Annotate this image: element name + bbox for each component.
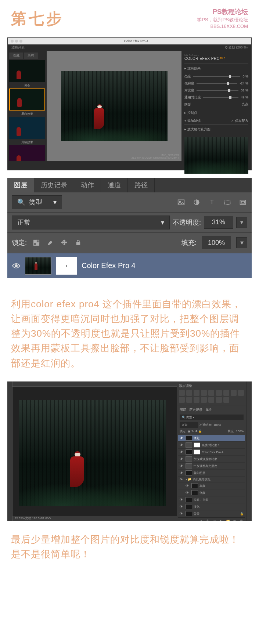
panel-tabs: 图层 历史记录 动作 通道 路径: [7, 178, 252, 192]
adj-lookup-icon[interactable]: [186, 397, 192, 403]
ps-tab-layers[interactable]: 图层: [180, 408, 186, 412]
close-dot[interactable]: [11, 40, 14, 43]
adj-gradient-icon[interactable]: [216, 397, 222, 403]
new-group-icon[interactable]: 📁: [225, 519, 230, 521]
adj-threshold-icon[interactable]: [208, 397, 214, 403]
tab-favorites[interactable]: 收藏: [9, 53, 23, 59]
slider-brightness[interactable]: 亮度0 %: [184, 73, 248, 80]
lock-position-icon[interactable]: [60, 239, 69, 246]
link-layers-icon[interactable]: ⚭: [199, 519, 204, 521]
smartobj-filter-icon[interactable]: [238, 199, 247, 206]
adj-photo-filter-icon[interactable]: [238, 390, 244, 396]
adj-brightness-icon[interactable]: [179, 390, 185, 396]
blend-mode-dropdown[interactable]: 正常▾: [12, 216, 170, 229]
preset-thumb-1[interactable]: [9, 60, 45, 82]
adj-invert-icon[interactable]: [194, 397, 199, 403]
preset-thumb-2[interactable]: [9, 88, 45, 111]
loupe-preview[interactable]: [184, 137, 248, 174]
adj-posterize-icon[interactable]: [201, 397, 207, 403]
adj-balance-icon[interactable]: [223, 390, 229, 396]
tab-channels[interactable]: 通道: [101, 178, 128, 192]
slider-global-contrast[interactable]: 通用对比度49 %: [184, 94, 248, 101]
opacity-value[interactable]: 31%: [204, 216, 233, 229]
lock-transparency-icon[interactable]: [32, 239, 41, 246]
ps-lock-icons[interactable]: ▣ ✎ ✥ 🔒: [188, 430, 202, 433]
text-filter-icon[interactable]: T: [208, 199, 216, 206]
adj-hue-icon[interactable]: [216, 390, 222, 396]
tab-history[interactable]: 历史记录: [34, 178, 74, 192]
ruler-vertical[interactable]: [7, 381, 12, 521]
ps-layer-high-freq[interactable]: 👁高频: [178, 482, 245, 489]
ps-layer-stamp[interactable]: 👁盖印图层: [178, 470, 245, 477]
layer-style-icon[interactable]: fx: [205, 519, 211, 521]
efex-preview-image[interactable]: [61, 71, 168, 141]
ps-canvas-image[interactable]: [19, 400, 166, 506]
adj-selective-icon[interactable]: [223, 397, 229, 403]
save-recipe-btn[interactable]: ✓ 保存配方: [231, 119, 248, 123]
type-filter-dropdown[interactable]: 🔍类型▾: [12, 195, 62, 209]
ps-layer-gray-highlight[interactable]: 👁中灰调整高光层次: [178, 463, 245, 470]
ps-tab-history[interactable]: 历史记录: [189, 408, 202, 412]
visibility-toggle[interactable]: [12, 263, 21, 269]
add-filter-btn[interactable]: + 添加滤镜: [184, 119, 201, 123]
meta-info: 21.0 MP, ISO 200, Canon EOS 5D Mark II: [132, 156, 179, 159]
efex-window-title: Color Efex Pro 4: [24, 39, 248, 43]
new-layer-icon[interactable]: ▣: [232, 519, 237, 521]
ps-layer-colorefex[interactable]: 👁Color Efex Pro 4: [178, 449, 245, 456]
layer-mask-thumbnail[interactable]: [56, 257, 77, 275]
adj-exposure-icon[interactable]: [201, 390, 207, 396]
search-zoom[interactable]: Q 查找 (200 %): [225, 45, 248, 50]
fill-value[interactable]: 100%: [202, 236, 231, 249]
slider-saturation[interactable]: 饱和度-24 %: [184, 80, 248, 87]
ps-layer-sharpen[interactable]: 👁锐化: [178, 435, 245, 442]
adj-bw-icon[interactable]: [231, 390, 237, 396]
ps-layer-low-freq[interactable]: 👁低频: [178, 489, 245, 496]
adjustments-label: 添加调整: [179, 384, 244, 388]
ps-layer-brightness[interactable]: 👁亮度/对比度 1: [178, 442, 245, 449]
adj-levels-icon[interactable]: [186, 390, 192, 396]
effect-section-header[interactable]: ▸ 漂白效果: [184, 64, 248, 73]
layer-name[interactable]: Color Efex Pro 4: [82, 261, 136, 270]
loupe-section[interactable]: ▸ 放大镜与直方图: [184, 124, 248, 134]
maximize-dot[interactable]: [19, 40, 22, 43]
ps-fill-value[interactable]: 100%: [236, 430, 244, 433]
ps-blend-dropdown[interactable]: 正常: [180, 422, 198, 428]
preset-thumb-3[interactable]: [9, 117, 45, 139]
image-filter-icon[interactable]: [177, 199, 186, 206]
tab-actions[interactable]: 动作: [74, 178, 101, 192]
svg-rect-8: [36, 240, 39, 243]
adjustment-filter-icon[interactable]: [192, 199, 201, 206]
tab-layers[interactable]: 图层: [7, 178, 34, 192]
ps-layer-background[interactable]: 👁背景🔒: [178, 510, 245, 517]
adj-mixer-icon[interactable]: [179, 397, 185, 403]
slider-contrast[interactable]: 对比度51 %: [184, 87, 248, 94]
ps-layer-liquify[interactable]: 👁液化: [178, 503, 245, 510]
fill-dropdown-arrow[interactable]: ▾: [236, 237, 247, 248]
new-adjustment-icon[interactable]: ◐: [219, 519, 224, 521]
layer-row-selected[interactable]: Color Efex Pro 4: [7, 253, 252, 278]
adj-curves-icon[interactable]: [194, 390, 199, 396]
lock-all-icon[interactable]: [74, 239, 83, 246]
ps-layer-freq-group[interactable]: 👁▾ 📁高低频磨皮组: [178, 477, 245, 482]
ps-layer-stretch[interactable]: 👁拉腿，变美: [178, 496, 245, 503]
lock-paint-icon[interactable]: [46, 239, 55, 246]
preset-thumb-4[interactable]: [9, 145, 45, 161]
tab-paths[interactable]: 路径: [128, 178, 155, 192]
ps-tab-props[interactable]: 属性: [205, 408, 212, 412]
opacity-dropdown-arrow[interactable]: ▾: [236, 217, 247, 228]
ps-layer-dodge-burn[interactable]: 👁加深减淡脸部轮廓: [178, 456, 245, 463]
adj-vibrance-icon[interactable]: [208, 390, 214, 396]
lock-label: 锁定:: [12, 238, 27, 247]
delete-layer-icon[interactable]: 🗑: [238, 519, 244, 521]
control-point-section[interactable]: ▸ 控制点: [184, 108, 248, 117]
ps-opacity-value[interactable]: 100%: [213, 423, 221, 427]
layer-thumbnail[interactable]: [25, 257, 51, 275]
ruler-horizontal[interactable]: [12, 381, 177, 387]
minimize-dot[interactable]: [15, 40, 18, 43]
ps-scrollbar[interactable]: [247, 381, 252, 521]
shape-filter-icon[interactable]: [223, 199, 232, 206]
tab-all[interactable]: 所有: [24, 53, 38, 59]
ps-type-filter[interactable]: 🔍 类型 ▾: [180, 415, 244, 420]
svg-rect-4: [240, 200, 246, 205]
layer-mask-icon[interactable]: ◻: [212, 519, 217, 521]
